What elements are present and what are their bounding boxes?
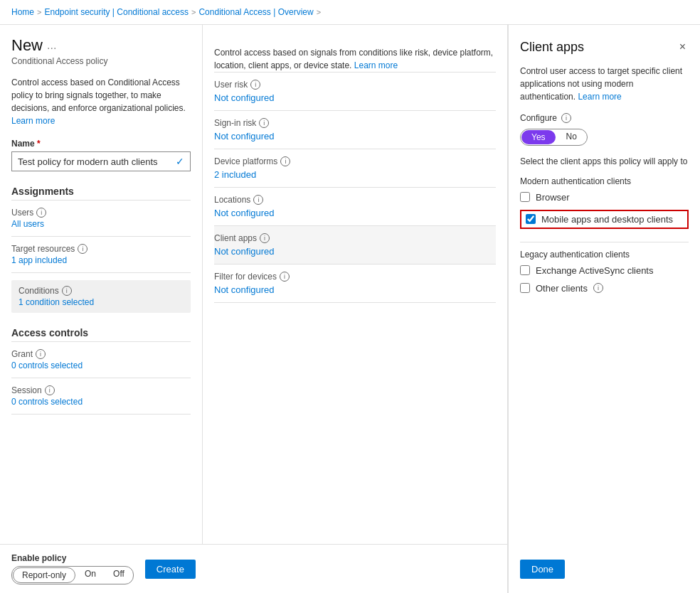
exchange-checkbox-item[interactable]: Exchange ActiveSync clients	[520, 265, 689, 276]
close-button[interactable]: ×	[677, 39, 689, 55]
mobile-checkbox[interactable]	[526, 214, 536, 224]
name-field-section: Name * Test policy for modern auth clien…	[11, 139, 191, 171]
toggle-yes[interactable]: Yes	[521, 130, 556, 144]
left-panel: New ... Conditional Access policy Contro…	[0, 25, 508, 593]
breadcrumb-conditional[interactable]: Conditional Access | Overview	[198, 7, 313, 17]
select-text: Select the client apps this policy will …	[520, 156, 689, 168]
condition-label-3: Locations i	[214, 195, 496, 205]
grant-value[interactable]: 0 controls selected	[11, 360, 191, 370]
configure-label: Configure	[520, 113, 557, 123]
condition-info-icon-1[interactable]: i	[259, 118, 269, 128]
page-ellipsis: ...	[47, 39, 56, 52]
conditions-block: Conditions i 1 condition selected	[11, 280, 191, 313]
other-info-icon[interactable]: i	[593, 283, 603, 293]
policy-radio-group[interactable]: Report-only On Off	[11, 566, 134, 584]
breadcrumb: Home > Endpoint security | Conditional a…	[0, 0, 700, 25]
conditions-learn-more[interactable]: Learn more	[354, 60, 398, 70]
create-button[interactable]: Create	[145, 560, 196, 579]
condition-info-icon-4[interactable]: i	[260, 233, 270, 243]
check-icon: ✓	[176, 156, 184, 167]
condition-label-5: Filter for devices i	[214, 272, 496, 282]
col-right: Control access based on signals from con…	[203, 25, 507, 544]
policy-description: Control access based on Conditional Acce…	[11, 76, 191, 127]
condition-value-0[interactable]: Not configured	[214, 92, 496, 103]
users-value[interactable]: All users	[11, 219, 191, 229]
condition-row-4[interactable]: Client apps i Not configured	[214, 226, 496, 265]
modern-auth-title: Modern authentication clients	[520, 176, 689, 186]
grant-info-icon[interactable]: i	[36, 349, 46, 359]
target-resources-value[interactable]: 1 app included	[11, 255, 191, 265]
session-item: Session i 0 controls selected	[11, 385, 191, 407]
done-button[interactable]: Done	[520, 560, 565, 579]
condition-value-2[interactable]: 2 included	[214, 169, 496, 180]
conditions-description: Control access based on signals from con…	[214, 46, 496, 72]
breadcrumb-sep-2: >	[191, 8, 196, 16]
panel-title: Client apps	[520, 40, 584, 55]
target-resources-item: Target resources i 1 app included	[11, 244, 191, 265]
conditions-item: Conditions i 1 condition selected	[18, 286, 184, 307]
mobile-checkbox-item-highlighted[interactable]: Mobile apps and desktop clients	[520, 210, 689, 229]
condition-value-4[interactable]: Not configured	[214, 246, 496, 257]
enable-policy-label: Enable policy	[11, 553, 134, 563]
target-resources-info-icon[interactable]: i	[78, 244, 88, 254]
grant-item: Grant i 0 controls selected	[11, 349, 191, 370]
configure-row: Configure i	[520, 113, 689, 123]
condition-value-1[interactable]: Not configured	[214, 131, 496, 141]
panel-description: Control user access to target specific c…	[520, 65, 689, 103]
condition-label-4: Client apps i	[214, 233, 496, 243]
radio-off[interactable]: Off	[105, 567, 133, 584]
condition-row-0[interactable]: User risk i Not configured	[214, 72, 496, 111]
conditions-value[interactable]: 1 condition selected	[18, 297, 184, 307]
learn-more-link[interactable]: Learn more	[11, 116, 55, 126]
radio-report-only[interactable]: Report-only	[13, 567, 75, 583]
condition-row-2[interactable]: Device platforms i 2 included	[214, 149, 496, 188]
users-info-icon[interactable]: i	[36, 208, 46, 218]
right-panel: Client apps × Control user access to tar…	[508, 25, 700, 593]
configure-info-icon[interactable]: i	[561, 113, 571, 123]
access-controls-header: Access controls	[11, 327, 191, 342]
browser-checkbox-item[interactable]: Browser	[520, 192, 689, 203]
condition-info-icon-5[interactable]: i	[280, 272, 290, 282]
breadcrumb-endpoint[interactable]: Endpoint security | Conditional access	[44, 7, 189, 17]
browser-checkbox[interactable]	[520, 192, 530, 202]
other-label: Other clients	[536, 283, 588, 294]
condition-rows: User risk i Not configured Sign-in risk …	[214, 72, 496, 303]
footer-bar: Enable policy Report-only On Off Create	[0, 544, 507, 593]
other-checkbox[interactable]	[520, 283, 530, 293]
condition-info-icon-3[interactable]: i	[253, 195, 263, 205]
panel-header: Client apps ×	[520, 39, 689, 55]
toggle-no[interactable]: No	[556, 129, 587, 145]
session-info-icon[interactable]: i	[45, 385, 55, 395]
radio-on[interactable]: On	[76, 567, 105, 584]
condition-label-1: Sign-in risk i	[214, 118, 496, 128]
condition-label-0: User risk i	[214, 80, 496, 90]
other-checkbox-item[interactable]: Other clients i	[520, 283, 689, 294]
condition-row-5[interactable]: Filter for devices i Not configured	[214, 265, 496, 303]
exchange-label: Exchange ActiveSync clients	[536, 265, 653, 276]
browser-label: Browser	[536, 192, 570, 203]
configure-toggle[interactable]: Yes No	[520, 129, 588, 146]
condition-label-2: Device platforms i	[214, 156, 496, 166]
condition-info-icon-0[interactable]: i	[250, 80, 260, 90]
assignments-header: Assignments	[11, 186, 191, 201]
condition-row-1[interactable]: Sign-in risk i Not configured	[214, 111, 496, 149]
page-subtitle: Conditional Access policy	[11, 56, 191, 66]
name-input[interactable]: Test policy for modern auth clients ✓	[11, 151, 191, 171]
divider	[520, 242, 689, 242]
legacy-auth-title: Legacy authentication clients	[520, 250, 689, 260]
condition-row-3[interactable]: Locations i Not configured	[214, 188, 496, 226]
condition-info-icon-2[interactable]: i	[280, 156, 290, 166]
conditions-info-icon[interactable]: i	[62, 286, 72, 296]
panel-learn-more[interactable]: Learn more	[578, 92, 621, 102]
breadcrumb-home[interactable]: Home	[11, 7, 34, 17]
condition-value-5[interactable]: Not configured	[214, 284, 496, 295]
panel-footer: Done	[520, 548, 689, 579]
name-label: Name *	[11, 139, 191, 149]
mobile-label: Mobile apps and desktop clients	[541, 214, 673, 225]
condition-value-3[interactable]: Not configured	[214, 208, 496, 218]
users-item: Users i All users	[11, 208, 191, 229]
exchange-checkbox[interactable]	[520, 265, 530, 275]
required-marker: *	[37, 139, 41, 149]
session-value[interactable]: 0 controls selected	[11, 397, 191, 407]
col-left: New ... Conditional Access policy Contro…	[0, 25, 203, 544]
